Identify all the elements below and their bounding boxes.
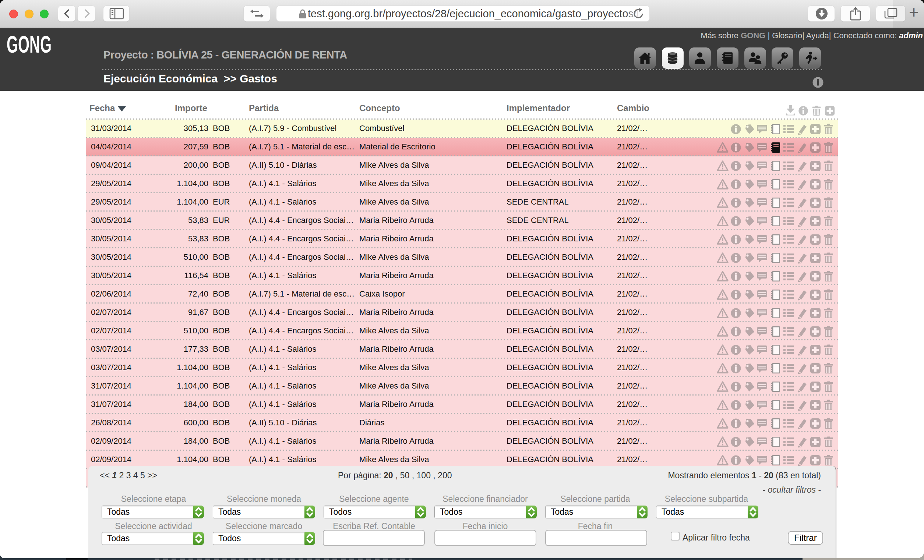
- svg-text:GONG: GONG: [7, 33, 51, 55]
